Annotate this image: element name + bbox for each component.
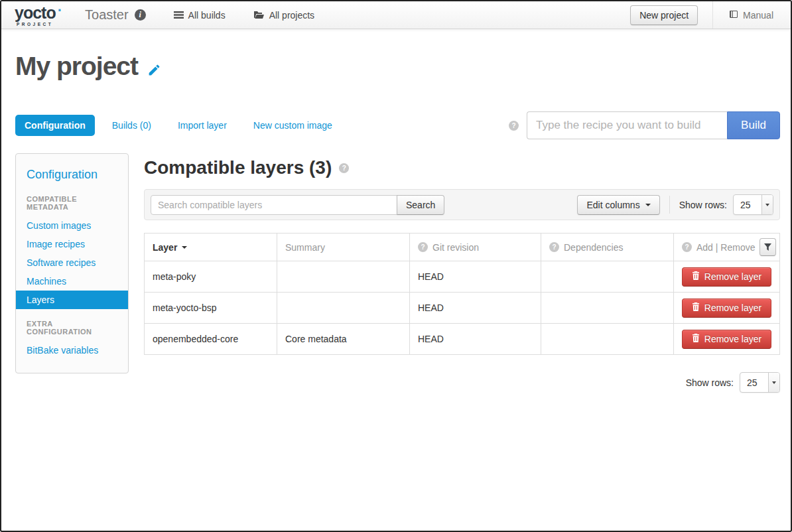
compatible-layers-heading: Compatible layers (3) (144, 157, 332, 178)
sidebar-heading-extra-configuration: EXTRA CONFIGURATION (16, 320, 128, 336)
column-header-layer[interactable]: Layer (145, 233, 277, 261)
dependencies-label: Dependencies (564, 242, 624, 253)
toolbar-divider (669, 196, 670, 214)
remove-layer-label: Remove layer (704, 271, 761, 282)
git-revision-cell: HEAD (410, 293, 541, 324)
show-rows-label: Show rows: (679, 200, 727, 210)
funnel-icon (764, 242, 771, 253)
edit-columns-button[interactable]: Edit columns (577, 195, 659, 215)
edit-project-name-pencil-icon[interactable] (147, 63, 161, 77)
git-revision-cell: HEAD (410, 261, 541, 293)
top-navbar: yocto · PROJECT Toaster All builds All p… (1, 1, 791, 29)
action-cell: Remove layer (674, 324, 780, 355)
tab-configuration[interactable]: Configuration (15, 115, 95, 136)
yocto-logo[interactable]: yocto · PROJECT (15, 5, 62, 27)
sidebar-heading-compatible-metadata: COMPATIBLE METADATA (16, 195, 128, 211)
footer-pagination: Show rows: 25 (144, 372, 780, 393)
layer-sort-label[interactable]: Layer (153, 242, 177, 253)
summary-label: Summary (285, 242, 325, 253)
edit-columns-label: Edit columns (586, 200, 639, 210)
sidebar-item-bitbake-variables[interactable]: BitBake variables (16, 341, 128, 360)
manual-link[interactable]: Manual (729, 10, 773, 21)
git-revision-cell: HEAD (410, 324, 541, 355)
logo-dot: · (58, 5, 62, 17)
add-remove-label: Add | Remove (696, 242, 755, 253)
page-title: My project (15, 52, 138, 81)
build-help-question-icon[interactable] (509, 121, 519, 131)
project-tabs-row: Configuration Builds (0) Import layer Ne… (15, 111, 780, 139)
dependencies-cell (541, 261, 674, 293)
table-row: openembedded-core Core metadata HEAD Rem… (145, 324, 780, 355)
remove-layer-label: Remove layer (704, 334, 761, 344)
summary-cell (277, 293, 410, 324)
build-recipe-input[interactable] (527, 111, 727, 139)
search-button[interactable]: Search (397, 195, 444, 215)
column-header-add-remove: Add | Remove (674, 233, 780, 261)
all-projects-label: All projects (269, 10, 314, 21)
search-input[interactable] (151, 195, 397, 215)
column-header-summary: Summary (277, 233, 410, 261)
dependencies-help-question-icon[interactable] (549, 242, 559, 252)
new-project-button[interactable]: New project (630, 5, 698, 25)
filter-button[interactable] (759, 238, 776, 256)
navbar-divider (712, 1, 713, 29)
compatible-layers-table: Layer Summary Git revision Dependencies (144, 233, 780, 355)
app-window: yocto · PROJECT Toaster All builds All p… (0, 0, 792, 532)
show-rows-select-bottom[interactable]: 25 (740, 372, 780, 393)
action-cell: Remove layer (674, 293, 780, 324)
sidebar-item-layers[interactable]: Layers (16, 291, 128, 309)
all-projects-link[interactable]: All projects (253, 10, 314, 21)
sidebar-item-custom-images[interactable]: Custom images (16, 216, 128, 235)
show-rows-label: Show rows: (686, 377, 734, 388)
trash-icon (692, 302, 700, 313)
table-toolbar: Search Edit columns Show rows: 25 (144, 189, 780, 220)
show-rows-select[interactable]: 25 (733, 194, 773, 215)
build-button[interactable]: Build (727, 111, 780, 139)
show-rows-value: 25 (734, 195, 761, 214)
dependencies-cell (541, 293, 674, 324)
table-header-row: Layer Summary Git revision Dependencies (145, 233, 780, 261)
summary-cell (277, 261, 410, 293)
page-header: My project (15, 52, 777, 81)
logo-brand-text: yocto (15, 5, 56, 21)
sidebar-item-software-recipes[interactable]: Software recipes (16, 253, 128, 272)
git-revision-help-question-icon[interactable] (418, 242, 428, 252)
table-row: meta-yocto-bsp HEAD Remove layer (145, 293, 780, 324)
dependencies-cell (541, 324, 674, 355)
remove-layer-button[interactable]: Remove layer (682, 299, 771, 318)
remove-layer-button[interactable]: Remove layer (682, 330, 771, 349)
layer-name-cell: meta-poky (145, 261, 277, 293)
sidebar-item-image-recipes[interactable]: Image recipes (16, 235, 128, 253)
action-cell: Remove layer (674, 261, 780, 293)
add-remove-help-question-icon[interactable] (682, 242, 692, 252)
trash-icon (692, 334, 700, 344)
all-builds-label: All builds (188, 10, 226, 21)
sidebar-item-configuration[interactable]: Configuration (16, 168, 128, 182)
table-row: meta-poky HEAD Remove layer (145, 261, 780, 293)
sidebar-item-machines[interactable]: Machines (16, 272, 128, 291)
tab-builds[interactable]: Builds (0) (103, 115, 161, 136)
select-arrow-icon (768, 373, 779, 392)
remove-layer-label: Remove layer (704, 302, 761, 313)
list-icon (174, 11, 184, 19)
column-header-git-revision: Git revision (410, 233, 541, 261)
git-revision-label: Git revision (432, 242, 479, 253)
select-arrow-icon (761, 195, 773, 214)
layer-name-cell: openembedded-core (145, 324, 277, 355)
configuration-sidebar: Configuration COMPATIBLE METADATA Custom… (15, 153, 129, 373)
info-icon[interactable] (135, 9, 146, 21)
compatible-layers-help-question-icon[interactable] (339, 163, 349, 173)
tab-import-layer[interactable]: Import layer (168, 115, 236, 136)
folder-open-icon (253, 11, 265, 19)
trash-icon (692, 271, 700, 282)
sort-caret-down-icon (182, 246, 187, 249)
logo-sub-text: PROJECT (15, 23, 62, 27)
column-header-dependencies: Dependencies (541, 233, 674, 261)
all-builds-link[interactable]: All builds (174, 10, 226, 21)
tab-new-custom-image[interactable]: New custom image (244, 115, 342, 136)
manual-label: Manual (743, 10, 773, 21)
book-icon (729, 10, 738, 21)
remove-layer-button[interactable]: Remove layer (682, 267, 771, 287)
summary-cell: Core metadata (277, 324, 410, 355)
main-content: Compatible layers (3) Search Edit column… (144, 153, 780, 393)
